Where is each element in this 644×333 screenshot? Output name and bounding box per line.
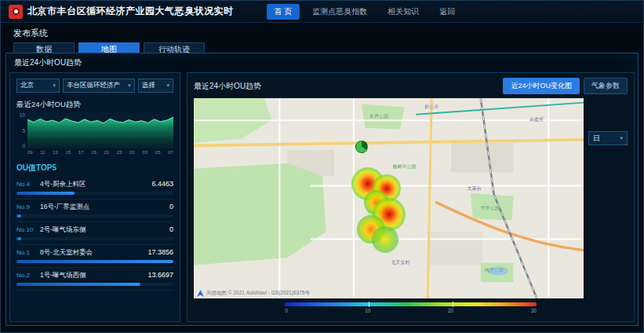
map-place-label: 看丹公园	[369, 112, 388, 119]
progress-bar	[16, 192, 173, 195]
ou-value: 13.6697	[147, 271, 173, 279]
left-panel: 北京 ▾ 丰台区循环经济产 ▾ 选择 ▾ 最近24小时OU趋势 1050	[9, 72, 180, 322]
rank-label: No.9	[16, 203, 37, 210]
section-title: 最近24小时OU趋势	[6, 53, 638, 71]
legend-tick-label: 10	[365, 308, 370, 313]
chevron-down-icon: ▾	[620, 135, 623, 141]
ou-value: 6.4463	[151, 180, 173, 188]
map-place-label: 郭公庄	[424, 104, 438, 111]
y-tick-label: 0	[16, 143, 25, 148]
park-select-value: 丰台区循环经济产	[67, 81, 120, 90]
map-header: 最近24小时OU趋势 近24小时OU变化图 气象参数	[194, 78, 628, 94]
ou-change-chart-button[interactable]: 近24小时OU变化图	[503, 78, 580, 94]
page-title: 北京市丰台区循环经济产业园大气恶臭状况实时	[27, 5, 234, 18]
main-nav: 首 页 监测点恶臭指数 相关知识 返回	[267, 4, 464, 20]
progress-fill	[16, 192, 75, 195]
x-tick-label: 05	[155, 150, 161, 155]
x-tick-label: 03	[143, 150, 148, 155]
ou-top5-title: OU值TOP5	[16, 163, 173, 174]
ou-top5-list: No.4 4号-厨余上料区 6.4463 No.9 16号-厂界监测点 0	[16, 177, 173, 291]
map-attribution: 高德地图 © 2021 AutoNavi - GS(2021)6375号	[197, 290, 310, 297]
city-select-value: 北京	[20, 81, 34, 90]
content-area: 北京 ▾ 丰台区循环经济产 ▾ 选择 ▾ 最近24小时OU趋势 1050	[9, 72, 635, 322]
x-tick-label: 17	[78, 150, 84, 155]
legend-tick-label: 20	[448, 308, 453, 313]
x-tick-label: 23	[117, 150, 122, 155]
map-side-controls: 日 ▾	[588, 98, 628, 298]
progress-fill	[16, 237, 21, 240]
filter-selects: 北京 ▾ 丰台区循环经济产 ▾ 选择 ▾	[16, 79, 173, 93]
heatmap-legend: 0102030	[194, 302, 628, 317]
top5-item: No.10 2号-曝气场东侧 0	[16, 222, 173, 245]
chart-x-axis: 091113151719212301030507	[16, 150, 173, 155]
progress-fill	[16, 260, 173, 263]
chevron-down-icon: ▾	[166, 82, 169, 89]
nav-item-odor-index[interactable]: 监测点恶臭指数	[304, 4, 375, 20]
map-body: 高德地图 © 2021 AutoNavi - GS(2021)6375号 看丹公…	[194, 98, 628, 298]
x-tick-label: 21	[104, 150, 110, 155]
app-window: 北京市丰台区循环经济产业园大气恶臭状况实时 首 页 监测点恶臭指数 相关知识 返…	[0, 0, 644, 333]
rank-label: No.2	[16, 272, 37, 279]
map-canvas[interactable]: 高德地图 © 2021 AutoNavi - GS(2021)6375号 看丹公…	[194, 98, 584, 298]
station-pie-marker[interactable]	[355, 141, 368, 153]
progress-bar	[16, 283, 173, 286]
ou-trend-chart: 1050	[16, 112, 173, 148]
period-select[interactable]: 日 ▾	[588, 131, 628, 145]
station-name: 16号-厂界监测点	[40, 203, 166, 212]
legend-tick-label: 30	[531, 308, 537, 313]
x-tick-label: 07	[168, 150, 173, 155]
x-tick-label: 09	[27, 150, 33, 155]
top5-item: No.4 4号-厨余上料区 6.4463	[16, 177, 173, 199]
station-select-value: 选择	[142, 81, 155, 90]
map-place-label: 北天堂村	[391, 259, 409, 266]
x-tick-label: 11	[40, 150, 45, 155]
top5-item: No.2 1号-曝气场西侧 13.6697	[16, 268, 173, 291]
top5-item: No.1 8号-北天堂村委会 17.3856	[16, 245, 173, 268]
progress-fill	[16, 283, 140, 286]
weather-params-button[interactable]: 气象参数	[584, 78, 628, 94]
x-tick-label: 19	[91, 150, 96, 155]
title-bar: 北京市丰台区循环经济产业园大气恶臭状况实时 首 页 监测点恶臭指数 相关知识 返…	[1, 1, 643, 23]
progress-bar	[16, 214, 173, 218]
map-place-label: 大葆台	[468, 185, 482, 192]
ou-value: 17.3856	[147, 248, 173, 256]
nav-item-back[interactable]: 返回	[431, 4, 463, 20]
station-name: 8号-北天堂村委会	[40, 248, 144, 258]
map-place-label: 白盆窑	[529, 115, 544, 123]
ou-value: 0	[169, 203, 173, 210]
map-base	[194, 98, 584, 298]
x-tick-label: 13	[53, 150, 58, 155]
nav-item-home[interactable]: 首 页	[267, 4, 300, 20]
progress-bar	[16, 237, 173, 240]
legend-tick-label: 0	[285, 308, 288, 313]
map-place-label: 世界公园	[481, 205, 500, 212]
map-copyright-text: 高德地图 © 2021 AutoNavi - GS(2021)6375号	[206, 290, 310, 297]
map-place-label: 槐房公园	[485, 267, 504, 274]
publish-system-label: 发布系统	[1, 23, 643, 39]
rank-label: No.4	[16, 181, 37, 188]
ou-value: 0	[169, 225, 173, 233]
ou-trend-chart-title: 最近24小时OU趋势	[16, 100, 173, 110]
x-tick-label: 01	[129, 150, 135, 155]
area-chart	[27, 112, 173, 148]
city-select[interactable]: 北京 ▾	[16, 79, 60, 93]
station-name: 2号-曝气场东侧	[40, 225, 166, 235]
main-frame: 最近24小时OU趋势 北京 ▾ 丰台区循环经济产 ▾ 选择 ▾	[5, 53, 639, 326]
progress-bar	[16, 260, 173, 263]
map-title: 最近24小时OU趋势	[194, 81, 499, 92]
station-name: 1号-曝气场西侧	[40, 271, 144, 280]
map-panel: 最近24小时OU趋势 近24小时OU变化图 气象参数	[187, 72, 635, 322]
amap-logo-icon	[197, 290, 204, 297]
station-select[interactable]: 选择 ▾	[138, 79, 173, 93]
nav-item-knowledge[interactable]: 相关知识	[380, 4, 427, 20]
chart-y-axis: 1050	[16, 112, 25, 148]
park-select[interactable]: 丰台区循环经济产 ▾	[63, 79, 135, 93]
period-select-value: 日	[593, 134, 600, 144]
y-tick-label: 5	[16, 128, 25, 134]
chevron-down-icon: ▾	[53, 82, 56, 89]
legend-tick-labels: 0102030	[285, 308, 537, 313]
chevron-down-icon: ▾	[128, 82, 131, 89]
map-place-label: 榆树庄公园	[392, 163, 416, 170]
x-tick-label: 15	[66, 150, 71, 155]
legend-gradient-bar	[285, 302, 537, 306]
